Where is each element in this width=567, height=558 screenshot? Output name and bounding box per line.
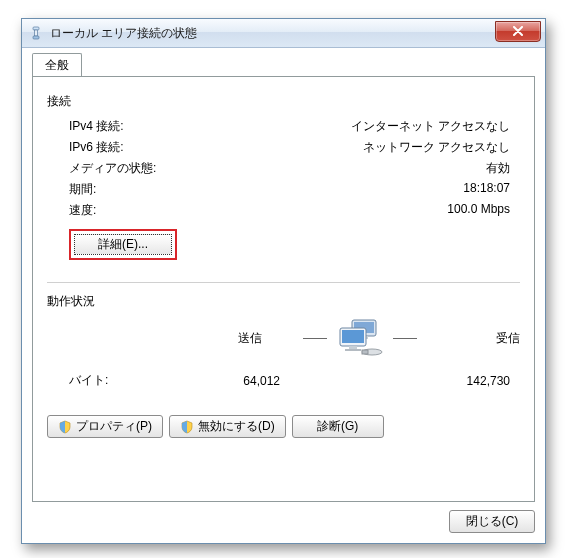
details-highlight: 詳細(E)... — [69, 229, 177, 260]
diagnose-button-label: 診断(G) — [317, 418, 358, 435]
connection-section-label: 接続 — [47, 93, 520, 110]
close-window-button[interactable] — [495, 21, 541, 42]
tabstrip: 全般 — [32, 54, 535, 76]
duration-value: 18:18:07 — [219, 181, 520, 198]
disable-button-label: 無効にする(D) — [198, 418, 275, 435]
bytes-sent-value: 64,012 — [180, 374, 290, 388]
close-button-label: 閉じる(C) — [466, 513, 519, 530]
diagnose-button[interactable]: 診断(G) — [292, 415, 384, 438]
sent-label: 送信 — [200, 330, 300, 347]
action-buttons: プロパティ(P) 無効にする(D) 診断(G) — [47, 415, 520, 438]
speed-value: 100.0 Mbps — [219, 202, 520, 219]
client-area: 全般 接続 IPv4 接続: インターネット アクセスなし IPv6 接続: ネ… — [22, 48, 545, 543]
tab-general[interactable]: 全般 — [32, 53, 82, 77]
ipv4-value: インターネット アクセスなし — [219, 118, 520, 135]
network-adapter-icon — [28, 25, 44, 41]
media-value: 有効 — [219, 160, 520, 177]
disable-button[interactable]: 無効にする(D) — [169, 415, 286, 438]
svg-rect-2 — [33, 36, 39, 39]
speed-label: 速度: — [47, 202, 219, 219]
properties-button[interactable]: プロパティ(P) — [47, 415, 163, 438]
shield-icon — [180, 420, 194, 434]
svg-rect-8 — [349, 346, 357, 349]
close-icon — [512, 26, 524, 36]
bytes-row: バイト: 64,012 142,730 — [47, 372, 520, 389]
network-monitors-icon — [330, 318, 390, 358]
close-button[interactable]: 閉じる(C) — [449, 510, 535, 533]
svg-rect-11 — [362, 350, 368, 354]
svg-rect-1 — [35, 30, 38, 36]
row-speed: 速度: 100.0 Mbps — [47, 200, 520, 221]
divider — [47, 282, 520, 283]
shield-icon — [58, 420, 72, 434]
properties-button-label: プロパティ(P) — [76, 418, 152, 435]
dash-right: —— — [390, 331, 420, 345]
tab-panel-general: 接続 IPv4 接続: インターネット アクセスなし IPv6 接続: ネットワ… — [32, 76, 535, 502]
row-ipv6: IPv6 接続: ネットワーク アクセスなし — [47, 137, 520, 158]
status-window: ローカル エリア接続の状態 全般 接続 IPv4 接続: インターネット アクセ… — [21, 18, 546, 544]
dash-left: —— — [300, 331, 330, 345]
titlebar: ローカル エリア接続の状態 — [22, 19, 545, 48]
svg-rect-7 — [342, 330, 364, 343]
ipv4-label: IPv4 接続: — [47, 118, 219, 135]
svg-rect-0 — [33, 27, 39, 30]
duration-label: 期間: — [47, 181, 219, 198]
activity-header: 送信 —— — [47, 318, 520, 358]
row-duration: 期間: 18:18:07 — [47, 179, 520, 200]
svg-rect-9 — [345, 349, 361, 351]
bytes-received-value: 142,730 — [410, 374, 520, 388]
dialog-footer: 閉じる(C) — [32, 502, 535, 533]
activity-section-label: 動作状況 — [47, 293, 520, 310]
window-title: ローカル エリア接続の状態 — [50, 25, 495, 42]
ipv6-label: IPv6 接続: — [47, 139, 219, 156]
row-media: メディアの状態: 有効 — [47, 158, 520, 179]
media-label: メディアの状態: — [47, 160, 219, 177]
bytes-label: バイト: — [47, 372, 159, 389]
details-button[interactable]: 詳細(E)... — [74, 234, 172, 255]
row-ipv4: IPv4 接続: インターネット アクセスなし — [47, 116, 520, 137]
ipv6-value: ネットワーク アクセスなし — [219, 139, 520, 156]
received-label: 受信 — [420, 330, 520, 347]
